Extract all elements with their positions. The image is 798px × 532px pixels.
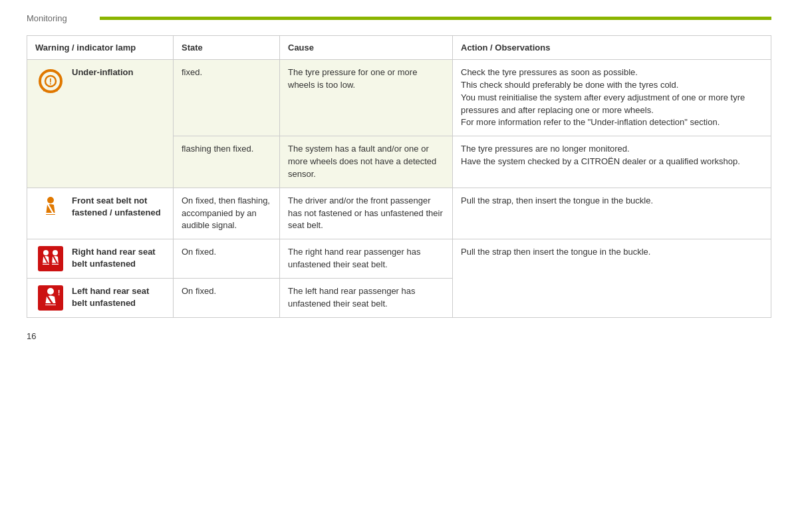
rear-right-seatbelt-svg	[38, 246, 63, 271]
state-cell-5: On fixed.	[174, 279, 280, 318]
lamp-cell-inner: ! Under-inflation	[35, 66, 165, 94]
svg-point-11	[53, 250, 58, 255]
svg-point-4	[47, 197, 54, 203]
tyre-icon-svg: !	[37, 66, 65, 94]
rear-left-seatbelt-svg: !	[38, 285, 63, 311]
lamp-label-front-belt: Front seat belt not fastened / unfastene…	[72, 195, 165, 219]
action-text-4: Pull the strap then insert the tongue in…	[461, 247, 650, 257]
col-header-cause: Cause	[280, 36, 453, 60]
cause-cell-4: The right hand rear passenger has unfast…	[280, 239, 453, 279]
rear-left-seatbelt-icon: !	[35, 285, 65, 311]
lamp-label-rear-left: Left hand rear seat belt unfastened	[72, 285, 165, 309]
cause-cell-2: The system has a fault and/or one or mor…	[280, 136, 453, 188]
col-header-state: State	[174, 36, 280, 60]
cause-cell-1: The tyre pressure for one or more wheels…	[280, 60, 453, 136]
table-row: ! Under-inflation fixed. The tyre pressu…	[27, 60, 771, 136]
warning-table: Warning / indicator lamp State Cause Act…	[27, 35, 771, 318]
lamp-cell-inner: Right hand rear seat belt unfastened	[35, 246, 165, 271]
state-cell-3: On fixed, then flashing, accompanied by …	[174, 188, 280, 239]
lamp-cell-front-belt: Front seat belt not fastened / unfastene…	[27, 188, 174, 239]
page-number: 16	[27, 331, 36, 341]
cause-cell-5: The left hand rear passenger has unfaste…	[280, 279, 453, 318]
action-cell-3: Pull the strap, then insert the tongue i…	[453, 188, 771, 239]
lamp-label-rear-right: Right hand rear seat belt unfastened	[72, 246, 165, 270]
page-header: Monitoring	[27, 13, 771, 23]
state-cell-4: On fixed.	[174, 239, 280, 279]
lamp-cell-rear-left: ! Left hand rear seat belt unfastened	[27, 279, 174, 318]
svg-text:!: !	[49, 76, 51, 86]
page-title: Monitoring	[27, 13, 80, 23]
green-bar	[100, 17, 771, 20]
action-cell-2: The tyre pressures are no longer monitor…	[453, 136, 771, 188]
svg-point-15	[47, 288, 54, 295]
lamp-cell-inner: Front seat belt not fastened / unfastene…	[35, 195, 165, 220]
svg-text:!: !	[58, 289, 60, 297]
tyre-pressure-icon: !	[35, 66, 65, 94]
col-header-lamp: Warning / indicator lamp	[27, 36, 174, 60]
rear-right-seatbelt-icon	[35, 246, 65, 271]
lamp-cell-rear-right: Right hand rear seat belt unfastened	[27, 239, 174, 279]
front-seatbelt-svg	[38, 195, 63, 220]
action-cell-1: Check the tyre pressures as soon as poss…	[453, 60, 771, 136]
table-row: Right hand rear seat belt unfastened On …	[27, 239, 771, 279]
action-text-1: Check the tyre pressures as soon as poss…	[461, 67, 745, 127]
table-row: Front seat belt not fastened / unfastene…	[27, 188, 771, 239]
state-cell-1: fixed.	[174, 60, 280, 136]
cause-cell-3: The driver and/or the front passenger ha…	[280, 188, 453, 239]
svg-point-8	[43, 250, 49, 255]
lamp-cell-inner: ! Left hand rear seat belt unfastened	[35, 285, 165, 311]
state-cell-2: flashing then fixed.	[174, 136, 280, 188]
front-seatbelt-icon	[35, 195, 65, 220]
lamp-cell-under-inflation: ! Under-inflation	[27, 60, 174, 188]
action-text-2: The tyre pressures are no longer monitor…	[461, 144, 740, 166]
page-footer: 16	[27, 331, 771, 341]
table-header-row: Warning / indicator lamp State Cause Act…	[27, 36, 771, 60]
svg-rect-7	[38, 246, 63, 271]
lamp-label-under-inflation: Under-inflation	[72, 66, 133, 78]
action-cell-4: Pull the strap then insert the tongue in…	[453, 239, 771, 318]
col-header-action: Action / Observations	[453, 36, 771, 60]
